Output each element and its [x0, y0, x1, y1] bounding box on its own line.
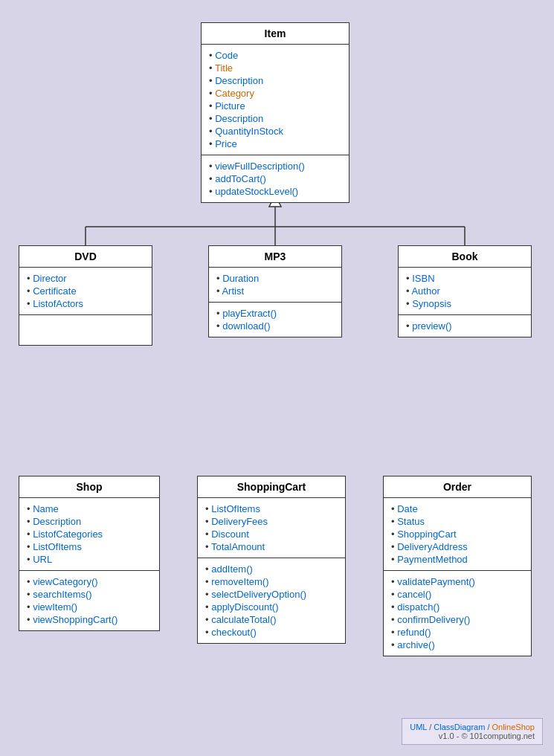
shop-attr-listofcategories: ListofCategories — [27, 528, 152, 540]
item-attr-category: Category — [209, 87, 341, 100]
dvd-class: DVD Director Certificate ListofActors — [19, 245, 152, 346]
item-attr-price: Price — [209, 138, 341, 150]
order-attr-paymentmethod: PaymentMethod — [391, 553, 524, 566]
order-method-dispatch: dispatch() — [391, 601, 524, 613]
item-class: Item Code Title Description Category Pic… — [201, 22, 350, 203]
shop-title: Shop — [19, 476, 159, 498]
item-method-viewfulldescription: viewFullDescription() — [209, 160, 341, 172]
order-class: Order Date Status ShoppingCart DeliveryA… — [383, 476, 532, 656]
sc-method-calculatetotal: calculateTotal() — [205, 613, 338, 626]
item-method-addtocart: addToCart() — [209, 172, 341, 185]
sc-method-selectdeliveryoption: selectDeliveryOption() — [205, 588, 338, 601]
mp3-method-playextract: playExtract() — [216, 307, 334, 320]
item-attr-description1: Description — [209, 74, 341, 87]
item-attr-picture: Picture — [209, 100, 341, 112]
order-method-archive: archive() — [391, 639, 524, 651]
shop-attributes: Name Description ListofCategories ListOf… — [19, 498, 159, 571]
book-title: Book — [399, 246, 531, 268]
dvd-attr-certificate: Certificate — [27, 285, 144, 297]
item-attr-description2: Description — [209, 112, 341, 125]
sc-attr-deliveryfees: DeliveryFees — [205, 515, 338, 528]
sc-method-additem: addItem() — [205, 563, 338, 575]
book-method-preview: preview() — [406, 320, 524, 332]
shoppingcart-class: ShoppingCart ListOfItems DeliveryFees Di… — [197, 476, 346, 644]
book-attr-isbn: ISBN — [406, 272, 524, 285]
order-attr-status: Status — [391, 515, 524, 528]
book-attributes: ISBN Author Synopsis — [399, 268, 531, 315]
item-method-updatestocklevel: updateStockLevel() — [209, 185, 341, 198]
shoppingcart-methods: addItem() removeItem() selectDeliveryOpt… — [198, 558, 345, 643]
sc-attr-discount: Discount — [205, 528, 338, 540]
mp3-attributes: Duration Artist — [209, 268, 341, 303]
book-class: Book ISBN Author Synopsis preview() — [398, 245, 532, 337]
item-attr-title: Title — [209, 62, 341, 74]
order-method-cancel: cancel() — [391, 588, 524, 601]
watermark: UML / ClassDiagram / OnlineShop v1.0 - ©… — [402, 718, 543, 745]
order-attr-deliveryaddress: DeliveryAddress — [391, 540, 524, 553]
book-attr-synopsis: Synopsis — [406, 297, 524, 310]
watermark-line2: v1.0 - © 101computing.net — [410, 731, 535, 740]
item-attr-code: Code — [209, 49, 341, 62]
order-attributes: Date Status ShoppingCart DeliveryAddress… — [384, 498, 531, 571]
mp3-methods: playExtract() download() — [209, 303, 341, 337]
item-title: Item — [202, 23, 349, 45]
shop-class: Shop Name Description ListofCategories L… — [19, 476, 160, 631]
shop-method-viewcategory: viewCategory() — [27, 575, 152, 588]
shop-attr-description: Description — [27, 515, 152, 528]
shop-attr-listofitems: ListOfItems — [27, 540, 152, 553]
shop-attr-name: Name — [27, 503, 152, 515]
order-methods: validatePayment() cancel() dispatch() co… — [384, 571, 531, 656]
watermark-line1: UML / ClassDiagram / OnlineShop — [410, 723, 535, 731]
order-method-validatepayment: validatePayment() — [391, 575, 524, 588]
shop-method-viewshoppingcart: viewShoppingCart() — [27, 613, 152, 626]
sc-method-checkout: checkout() — [205, 626, 338, 639]
order-method-refund: refund() — [391, 626, 524, 639]
dvd-methods — [19, 315, 152, 345]
sc-attr-listofitems: ListOfItems — [205, 503, 338, 515]
sc-attr-totalamount: TotalAmount — [205, 540, 338, 553]
sc-method-applydiscount: applyDiscount() — [205, 601, 338, 613]
item-attributes: Code Title Description Category Picture … — [202, 45, 349, 155]
mp3-title: MP3 — [209, 246, 341, 268]
book-attr-author: Author — [406, 285, 524, 297]
book-methods: preview() — [399, 315, 531, 337]
order-title: Order — [384, 476, 531, 498]
dvd-attr-listofactors: ListofActors — [27, 297, 144, 310]
dvd-title: DVD — [19, 246, 152, 268]
item-methods: viewFullDescription() addToCart() update… — [202, 155, 349, 202]
dvd-attributes: Director Certificate ListofActors — [19, 268, 152, 315]
shoppingcart-attributes: ListOfItems DeliveryFees Discount TotalA… — [198, 498, 345, 558]
mp3-method-download: download() — [216, 320, 334, 332]
shoppingcart-title: ShoppingCart — [198, 476, 345, 498]
diagram-container: Item Code Title Description Category Pic… — [0, 0, 554, 756]
shop-attr-url: URL — [27, 553, 152, 566]
order-attr-shoppingcart: ShoppingCart — [391, 528, 524, 540]
shop-method-viewitem: viewItem() — [27, 601, 152, 613]
dvd-attr-director: Director — [27, 272, 144, 285]
sc-method-removeitem: removeItem() — [205, 575, 338, 588]
shop-method-searchitems: searchItems() — [27, 588, 152, 601]
item-attr-quantityinstock: QuantityInStock — [209, 125, 341, 138]
mp3-attr-duration: Duration — [216, 272, 334, 285]
order-method-confirmdelivery: confirmDelivery() — [391, 613, 524, 626]
shop-methods: viewCategory() searchItems() viewItem() … — [19, 571, 159, 630]
mp3-attr-artist: Artist — [216, 285, 334, 297]
order-attr-date: Date — [391, 503, 524, 515]
mp3-class: MP3 Duration Artist playExtract() downlo… — [208, 245, 342, 337]
